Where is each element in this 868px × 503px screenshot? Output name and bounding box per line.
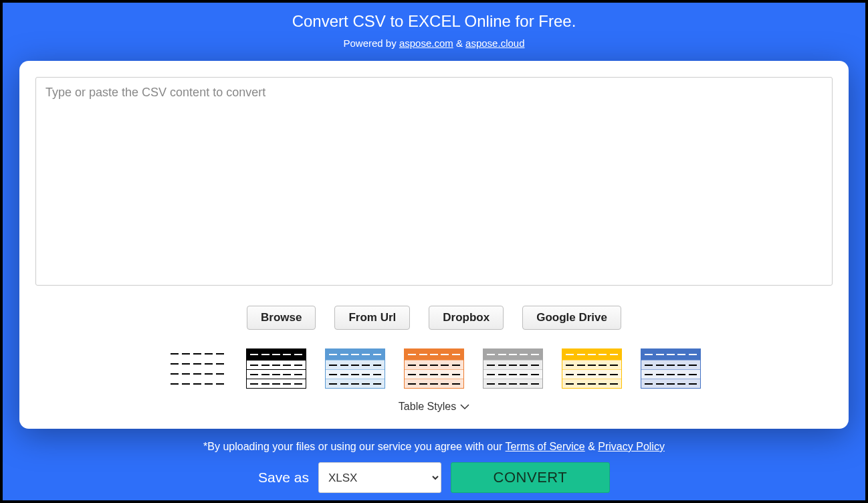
save-row: Save as XLSX CONVERT: [3, 462, 865, 493]
convert-button[interactable]: CONVERT: [451, 462, 610, 493]
dropbox-button[interactable]: Dropbox: [429, 306, 504, 330]
table-style-darkblue[interactable]: [641, 348, 701, 389]
aspose-com-link[interactable]: aspose.com: [399, 37, 453, 49]
google-drive-button[interactable]: Google Drive: [522, 306, 621, 330]
powered-prefix: Powered by: [343, 37, 399, 49]
disclaimer: *By uploading your files or using our se…: [3, 441, 865, 453]
format-select[interactable]: XLSX: [318, 462, 441, 493]
aspose-cloud-link[interactable]: aspose.cloud: [465, 37, 524, 49]
powered-by: Powered by aspose.com & aspose.cloud: [3, 37, 865, 49]
table-styles-text: Table Styles: [399, 401, 456, 413]
csv-input[interactable]: [35, 77, 833, 286]
table-styles-row: [35, 348, 833, 389]
amp-2: &: [585, 441, 599, 452]
table-style-none[interactable]: [167, 348, 227, 389]
table-style-black[interactable]: [246, 348, 306, 389]
converter-card: Browse From Url Dropbox Google Drive: [19, 61, 849, 429]
chevron-down-icon: [460, 401, 469, 413]
amp-1: &: [453, 37, 465, 49]
from-url-button[interactable]: From Url: [334, 306, 410, 330]
save-as-label: Save as: [258, 470, 309, 486]
table-style-gold[interactable]: [562, 348, 622, 389]
browse-button[interactable]: Browse: [247, 306, 316, 330]
source-buttons: Browse From Url Dropbox Google Drive: [35, 306, 833, 330]
table-style-gray[interactable]: [483, 348, 543, 389]
table-style-blue[interactable]: [325, 348, 385, 389]
page-title: Convert CSV to EXCEL Online for Free.: [3, 12, 865, 31]
disclaimer-prefix: *By uploading your files or using our se…: [203, 441, 506, 452]
table-style-orange[interactable]: [404, 348, 464, 389]
table-styles-toggle[interactable]: Table Styles: [35, 401, 833, 413]
privacy-link[interactable]: Privacy Policy: [598, 441, 665, 452]
terms-link[interactable]: Terms of Service: [506, 441, 585, 452]
